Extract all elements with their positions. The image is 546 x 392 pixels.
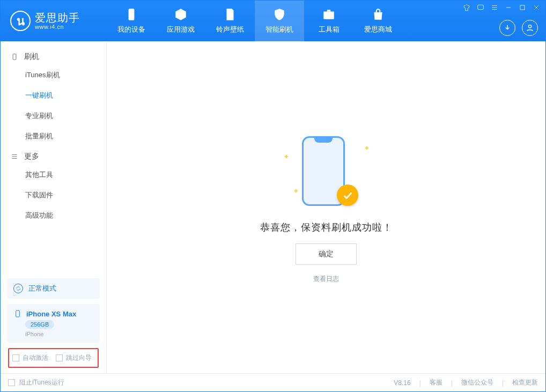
sparkle-icon: ✦	[293, 187, 299, 195]
check-badge-icon	[337, 184, 358, 206]
sidebar-item-batch-flash[interactable]: 批量刷机	[1, 126, 106, 146]
mode-label: 正常模式	[28, 284, 56, 293]
sync-icon	[13, 284, 23, 293]
list-icon	[10, 152, 19, 161]
device-outline-icon	[10, 53, 19, 61]
music-file-icon	[223, 8, 237, 21]
tab-label: 应用游戏	[167, 25, 195, 34]
section-title: 刷机	[24, 52, 39, 62]
menu-icon[interactable]	[491, 4, 498, 11]
svg-rect-2	[327, 10, 331, 11]
brand-text: 爱思助手 www.i4.cn	[35, 12, 80, 30]
section-title: 更多	[24, 152, 39, 161]
view-log-link[interactable]: 查看日志	[313, 275, 339, 284]
version-label: V8.16	[394, 379, 410, 387]
tab-my-device[interactable]: 我的设备	[107, 1, 156, 41]
brand-block: น 爱思助手 www.i4.cn	[1, 1, 107, 41]
checkbox-icon	[8, 379, 15, 386]
status-bar: 阻止iTunes运行 V8.16 | 客服 | 微信公众号 | 检查更新	[1, 373, 545, 391]
logo-letter: น	[17, 12, 25, 31]
opt-auto-activate[interactable]: 自动激活	[12, 353, 48, 363]
main-panel: ✦ ✦ ✦ 恭喜您，保资料刷机成功啦！ 确定 查看日志	[107, 41, 545, 373]
phone-icon	[124, 8, 138, 21]
separator: |	[451, 379, 453, 387]
device-name: iPhone XS Max	[26, 310, 76, 318]
footer-link-update[interactable]: 检查更新	[512, 378, 538, 387]
separator: |	[419, 379, 421, 387]
app-window: { "brand": { "title": "爱思助手", "subtitle"…	[0, 0, 546, 392]
app-logo-icon: น	[10, 11, 31, 31]
sparkle-icon: ✦	[283, 152, 290, 161]
minimize-icon[interactable]	[505, 4, 512, 11]
maximize-icon[interactable]	[519, 4, 526, 11]
sidebar-item-itunes-flash[interactable]: iTunes刷机	[1, 65, 106, 85]
tab-label: 智能刷机	[265, 25, 293, 34]
header-bar: น 爱思助手 www.i4.cn 我的设备 应用游戏 铃声壁纸 智能刷机	[1, 1, 545, 41]
tab-apps-games[interactable]: 应用游戏	[156, 1, 205, 41]
tab-label: 工具箱	[319, 25, 340, 34]
separator: |	[502, 379, 504, 387]
footer-link-support[interactable]: 客服	[430, 378, 442, 387]
checkbox-icon	[12, 354, 19, 361]
device-row: iPhone XS Max	[13, 309, 93, 318]
sidebar-bottom: 正常模式 iPhone XS Max 256GB iPhone 自动激活	[1, 273, 106, 373]
cube-icon	[174, 8, 188, 21]
tab-label: 爱思商城	[364, 25, 392, 34]
svg-rect-7	[16, 310, 20, 317]
opt-label: 自动激活	[23, 353, 48, 363]
sidebar-section-more: 更多	[1, 146, 106, 165]
tab-toolbox[interactable]: 工具箱	[304, 1, 353, 41]
sidebar: 刷机 iTunes刷机 一键刷机 专业刷机 批量刷机 更多 其他工具 下载固件 …	[1, 41, 107, 373]
bag-icon	[371, 8, 385, 21]
success-illustration: ✦ ✦ ✦	[278, 131, 374, 211]
tab-ringtones[interactable]: 铃声壁纸	[205, 1, 255, 41]
svg-rect-3	[478, 5, 484, 9]
device-type: iPhone	[25, 331, 93, 337]
briefcase-icon	[322, 8, 336, 21]
skin-icon[interactable]	[463, 4, 470, 11]
checkbox-icon	[56, 354, 63, 361]
top-tabs: 我的设备 应用游戏 铃声壁纸 智能刷机 工具箱 爱思商城	[107, 1, 403, 41]
sidebar-section-flash: 刷机	[1, 47, 106, 65]
sidebar-scroll: 刷机 iTunes刷机 一键刷机 专业刷机 批量刷机 更多 其他工具 下载固件 …	[1, 41, 106, 273]
body: 刷机 iTunes刷机 一键刷机 专业刷机 批量刷机 更多 其他工具 下载固件 …	[1, 41, 545, 373]
account-button[interactable]	[522, 20, 538, 36]
tab-label: 我的设备	[117, 25, 145, 34]
sidebar-item-advanced[interactable]: 高级功能	[1, 205, 106, 226]
tab-label: 铃声壁纸	[216, 25, 244, 34]
window-controls	[463, 4, 540, 11]
feedback-icon[interactable]	[477, 4, 484, 11]
footer-link-wechat[interactable]: 微信公众号	[461, 378, 493, 387]
shield-sync-icon	[272, 8, 286, 21]
success-message: 恭喜您，保资料刷机成功啦！	[260, 221, 393, 234]
svg-point-5	[528, 25, 531, 28]
header-action-circles	[499, 20, 538, 36]
close-icon[interactable]	[533, 4, 540, 11]
opt-skip-guide[interactable]: 跳过向导	[56, 353, 92, 363]
svg-rect-6	[13, 54, 16, 60]
options-highlight-box: 自动激活 跳过向导	[8, 348, 99, 368]
device-card[interactable]: iPhone XS Max 256GB iPhone	[7, 304, 100, 343]
sidebar-item-one-key-flash[interactable]: 一键刷机	[1, 85, 106, 106]
app-title: 爱思助手	[35, 12, 80, 24]
sidebar-item-download-firmware[interactable]: 下载固件	[1, 185, 106, 205]
block-itunes-checkbox[interactable]: 阻止iTunes运行	[8, 378, 64, 387]
sidebar-item-other-tools[interactable]: 其他工具	[1, 165, 106, 185]
storage-pill: 256GB	[25, 320, 54, 329]
mode-card[interactable]: 正常模式	[7, 278, 100, 299]
block-itunes-label: 阻止iTunes运行	[19, 378, 64, 387]
tab-smart-flash[interactable]: 智能刷机	[255, 1, 304, 41]
sidebar-item-pro-flash[interactable]: 专业刷机	[1, 106, 106, 126]
svg-rect-0	[129, 9, 135, 20]
phone-outline-icon	[13, 309, 22, 318]
opt-label: 跳过向导	[66, 353, 92, 363]
ok-button[interactable]: 确定	[296, 243, 357, 265]
svg-rect-4	[520, 5, 525, 10]
download-button[interactable]	[499, 20, 515, 36]
footer-right: V8.16 | 客服 | 微信公众号 | 检查更新	[394, 378, 538, 387]
app-subtitle: www.i4.cn	[35, 24, 80, 30]
tab-store[interactable]: 爱思商城	[353, 1, 403, 41]
sparkle-icon: ✦	[364, 144, 370, 152]
svg-rect-1	[323, 12, 334, 19]
